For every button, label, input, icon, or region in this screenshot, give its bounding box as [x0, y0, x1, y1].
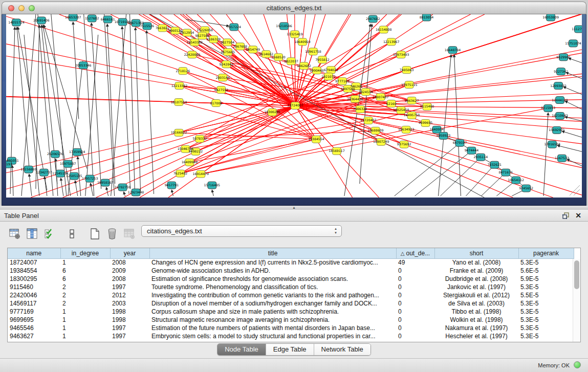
graph-node-label: 15692971: [549, 128, 565, 132]
graph-node-label: 17359924: [69, 150, 85, 154]
table-cell: 1: [60, 332, 110, 340]
graph-node-label: 9498222: [189, 149, 203, 153]
table-cell: Stergiakouli et al. (2012): [434, 291, 518, 299]
graph-node-label: 6794028: [324, 68, 338, 72]
table-row[interactable]: 969969511998Structural magnetic resonanc…: [8, 316, 574, 324]
graph-node-label: 2803144: [215, 76, 230, 79]
divider-handle-icon[interactable]: ▲: [292, 206, 296, 209]
graph-node-label: 9463627: [405, 99, 419, 102]
table-column-icon[interactable]: [25, 226, 40, 242]
table-cell: 0: [396, 308, 434, 316]
table-cell: Corpus callosum shape and size in male p…: [149, 308, 396, 316]
delete-table-icon[interactable]: [104, 226, 120, 242]
table-cell: 9777169: [8, 308, 60, 316]
graph-node-label: 8454749: [246, 48, 260, 51]
rows-icon[interactable]: [64, 226, 80, 242]
panel-divider[interactable]: ▲: [0, 206, 588, 210]
graph-node-label: 20206576: [47, 152, 63, 156]
table-panel-title: Table Panel: [4, 212, 39, 220]
graph-node-label: 7832621: [488, 163, 502, 166]
table-row[interactable]: 946554611997Estimation of the future num…: [8, 324, 574, 332]
graph-node-label: 18724007: [287, 103, 303, 107]
graph-node-label: 10975887: [60, 162, 76, 165]
new-table-icon[interactable]: [87, 226, 102, 242]
table-row[interactable]: 1872400712008Changes of HCN gene express…: [8, 258, 574, 267]
network-svg[interactable]: 1405572420691406106532871527602646616110…: [6, 14, 582, 198]
column-header-in-degree[interactable]: in_degree: [60, 248, 110, 258]
column-header-short[interactable]: short: [434, 248, 518, 258]
table-row[interactable]: 1830029562008Estimation of significance …: [8, 275, 574, 283]
table-cell: Genome-wide association studies in ADHD.: [149, 267, 396, 275]
graph-node-label: 16543382: [187, 40, 203, 44]
graph-node-label: 9822037: [284, 59, 298, 63]
table-row[interactable]: 977716911998Corpus callosum shape and si…: [8, 308, 574, 316]
graph-node-label: 12923448: [128, 190, 144, 194]
table-row[interactable]: 1456911722003Disruption of a novel membe…: [8, 299, 574, 308]
table-cell: 5.3E-5: [518, 258, 574, 267]
table-row[interactable]: 946362711997Embryonic stem cells: a mode…: [8, 332, 574, 340]
table-cell: 0: [396, 267, 434, 275]
graph-node-label: 11156869: [20, 167, 37, 171]
tab-edge-table[interactable]: Edge Table: [266, 344, 314, 355]
table-row[interactable]: 2242004622012Investigating the contribut…: [8, 291, 574, 299]
column-header-pagerank[interactable]: pagerank: [518, 248, 574, 258]
graph-node-label: 1568520: [271, 55, 286, 59]
table-cell: 5.3E-5: [518, 299, 574, 308]
graph-node-label: 11545194: [52, 171, 69, 175]
graph-node-label: 817008: [210, 101, 222, 105]
graph-node-label: 20364436: [347, 97, 363, 101]
table-cell: Tibbo et al. (1998): [434, 308, 518, 316]
table-panel-header: Table Panel ✕: [0, 210, 588, 222]
memory-status-icon: [574, 361, 581, 368]
graph-node-label: 10654112: [508, 178, 525, 182]
network-canvas[interactable]: 1405572420691406106532871527602646616110…: [6, 14, 582, 198]
table-cell: 2003: [110, 299, 149, 308]
graph-node-label: 7485063: [400, 68, 414, 72]
graph-node-label: 5878332: [193, 137, 207, 140]
table-cell: 2: [60, 299, 110, 308]
column-header-name[interactable]: name: [8, 248, 60, 258]
table-cell: Disruption of a novel member of a sodium…: [149, 299, 396, 308]
graph-node-label: 18907249: [373, 140, 389, 143]
table-settings-icon[interactable]: [7, 226, 23, 242]
column-header-out-de-[interactable]: △out_de...: [396, 248, 434, 258]
table-cell: 1: [60, 308, 110, 316]
table-cell: 0: [396, 324, 434, 332]
graph-node-label: 3824554: [359, 90, 373, 94]
float-panel-icon[interactable]: [561, 211, 571, 220]
close-panel-icon[interactable]: ✕: [574, 211, 583, 220]
import-table-icon[interactable]: [122, 226, 137, 242]
table-cell: 5.3E-5: [518, 324, 574, 332]
table-check-icon[interactable]: [42, 226, 57, 242]
graph-node-label: 2367608: [233, 45, 247, 48]
table-cell: 2008: [110, 275, 149, 283]
table-panel: Table Panel ✕: [0, 210, 588, 358]
table-row[interactable]: 1938455462009Genome-wide association stu…: [8, 267, 574, 275]
graph-node-label: 8471676: [499, 170, 513, 174]
graph-node-label: 16495758: [404, 113, 420, 117]
graph-node-label: 18107554: [171, 100, 187, 104]
graph-node-label: 9375692: [397, 142, 411, 146]
table-tabs: Node Table Edge Table Network Table: [217, 343, 371, 356]
table-cell: 5.3E-5: [518, 308, 574, 316]
table-cell: 0: [396, 316, 434, 324]
table-source-select[interactable]: citations_edges.txt ▲▼: [141, 225, 342, 237]
column-header-year[interactable]: year: [110, 248, 149, 258]
table-cell: 6: [60, 267, 110, 275]
graph-node-label: 12342737: [36, 170, 52, 174]
graph-node-label: 19634923: [398, 127, 415, 131]
tab-node-table[interactable]: Node Table: [217, 344, 266, 355]
graph-node-label: 22420046: [184, 53, 201, 56]
scrollbar-thumb[interactable]: [574, 260, 579, 289]
table-cell: 5.3E-5: [518, 332, 574, 340]
table-row[interactable]: 911546021997Tourette syndrome. Phenomeno…: [8, 283, 574, 291]
table-cell: 1: [60, 258, 110, 267]
graph-node-label: 9115460: [420, 104, 434, 108]
window-titlebar[interactable]: citations_edges.txt: [2, 2, 586, 14]
graph-node-label: 20053346: [75, 63, 92, 67]
table-scrollbar[interactable]: [573, 259, 580, 342]
graph-node-label: 9457791: [165, 183, 179, 187]
graph-node-label: 9329906: [556, 55, 571, 59]
column-header-title[interactable]: title: [149, 248, 396, 258]
tab-network-table[interactable]: Network Table: [314, 344, 371, 355]
